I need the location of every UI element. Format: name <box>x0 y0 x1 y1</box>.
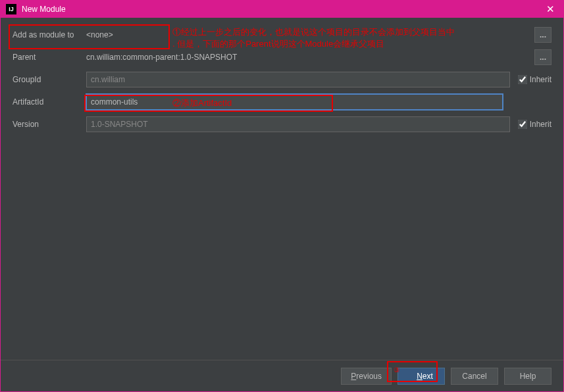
artifactid-row: ArtifactId <box>13 94 551 110</box>
annotation-text-1: ①经过上一步之后的变化，也就是说这个项目的目录不会添加到父项目当中 . 但是，下… <box>172 26 541 50</box>
groupid-label: GroupId <box>13 75 86 84</box>
cancel-button[interactable]: Cancel <box>451 368 498 385</box>
help-button[interactable]: Help <box>504 368 551 385</box>
version-inherit-checkbox[interactable]: Inherit <box>518 120 551 129</box>
annotation-text-2: ②添加ArtifactId <box>172 97 232 109</box>
new-module-dialog: IJ New Module ✕ Add as module to <none> … <box>0 0 564 392</box>
groupid-inherit-input[interactable] <box>518 75 527 84</box>
close-button[interactable]: ✕ <box>537 1 563 18</box>
parent-browse-button[interactable]: ... <box>534 49 551 65</box>
groupid-row: GroupId Inherit <box>13 72 551 87</box>
parent-row: Parent cn.william:common-parent:1.0-SNAP… <box>13 49 551 65</box>
version-input[interactable] <box>86 116 510 132</box>
version-label: Version <box>13 120 86 129</box>
next-button[interactable]: ③Next <box>397 368 445 385</box>
artifactid-label: ArtifactId <box>13 97 86 107</box>
groupid-inherit-label: Inherit <box>530 75 551 84</box>
parent-value: cn.william:common-parent:1.0-SNAPSHOT <box>86 53 534 62</box>
parent-label: Parent <box>13 53 86 62</box>
version-inherit-input[interactable] <box>518 120 527 129</box>
version-inherit-label: Inherit <box>530 120 551 129</box>
add-as-module-label: Add as module to <box>13 30 86 39</box>
previous-button[interactable]: Previous <box>341 368 392 385</box>
titlebar: IJ New Module ✕ <box>1 1 563 18</box>
groupid-input[interactable] <box>86 72 510 87</box>
version-row: Version Inherit <box>13 116 551 132</box>
button-bar: Previous ③Next Cancel Help <box>1 360 563 391</box>
app-icon: IJ <box>6 4 16 14</box>
artifactid-input[interactable] <box>86 94 503 110</box>
groupid-inherit-checkbox[interactable]: Inherit <box>518 75 551 84</box>
window-title: New Module <box>22 5 537 14</box>
dialog-content: Add as module to <none> ... Parent cn.wi… <box>1 18 563 391</box>
